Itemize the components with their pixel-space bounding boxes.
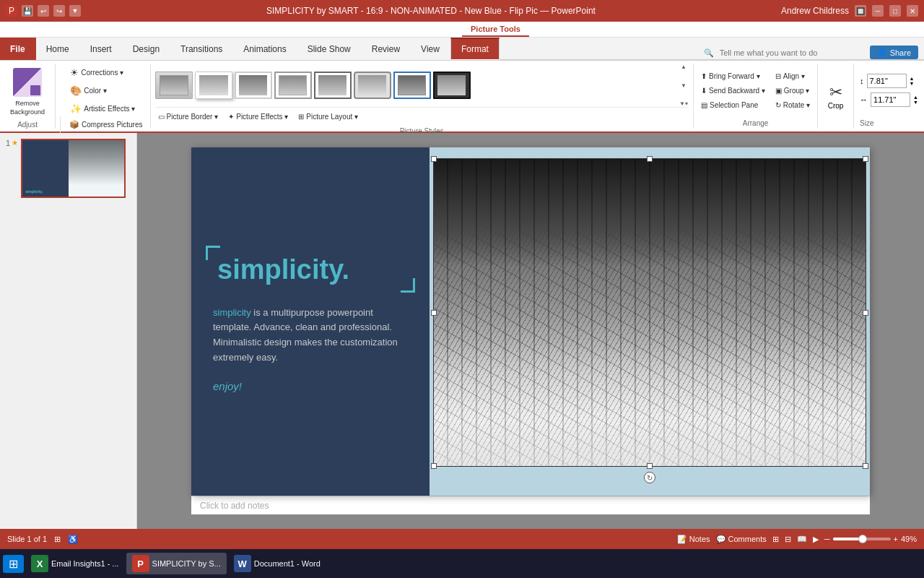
star-icon: ★ [12,139,18,147]
handle-bottom-right[interactable] [863,463,868,469]
align-button[interactable]: ⊟ Align ▾ [772,70,813,82]
share-button[interactable]: 👤 Share [870,46,918,59]
start-button[interactable]: ⊞ [3,555,24,573]
color-button[interactable]: 🎨 Color ▾ [67,83,110,98]
tab-animations[interactable]: Animations [233,38,297,60]
tell-me-input[interactable] [714,46,858,59]
save-icon[interactable]: 💾 [22,5,33,17]
tab-design[interactable]: Design [123,38,170,60]
tab-review[interactable]: Review [362,38,411,60]
align-icon: ⊟ [775,72,781,80]
remove-bg-label: Remove Background [10,100,45,116]
normal-view-icon[interactable]: ⊞ [772,535,779,544]
slideshow-icon[interactable]: ▶ [813,535,819,544]
tab-insert[interactable]: Insert [80,38,123,60]
picture-tools-bar: Picture Tools [0,22,924,38]
style-thumb-6[interactable] [354,72,391,99]
rotate-handle[interactable]: ↻ [644,472,655,483]
tab-transitions[interactable]: Transitions [170,38,233,60]
tab-home[interactable]: Home [36,38,80,60]
maximize-icon[interactable]: □ [889,5,901,17]
handle-middle-right[interactable] [863,310,868,316]
style-thumb-3[interactable] [235,72,272,99]
tab-slide-show[interactable]: Slide Show [297,38,362,60]
width-spinner[interactable]: ▲ ▼ [913,95,918,105]
word-icon: W [234,555,251,572]
style-thumb-5[interactable] [314,72,352,99]
ribbon-display-icon[interactable]: 🔲 [855,5,866,17]
minimize-icon[interactable]: ─ [872,5,884,17]
slide-thumbnail-1[interactable]: simplicity. [21,139,126,198]
zoom-out-icon[interactable]: ─ [824,535,830,543]
notes-area[interactable]: Click to add notes [191,496,870,514]
accessibility-icon[interactable]: ♿ [68,535,78,544]
send-backward-button[interactable]: ⬇ Send Backward ▾ [698,85,768,97]
taskbar-item-word[interactable]: W Document1 - Word [228,553,326,574]
picture-border-button[interactable]: ▭ Picture Border ▾ [155,111,222,123]
rotate-button[interactable]: ↻ Rotate ▾ [772,99,813,111]
picture-styles-gallery: ▲ ▼ ▼▾ ▭ Picture Border ▾ ✦ Picture Effe… [151,64,694,129]
title-bar-left: P 💾 ↩ ↪ ▼ [6,5,81,17]
height-input[interactable] [867,74,907,88]
redo-icon[interactable]: ↪ [53,5,65,17]
taskbar-item-powerpoint[interactable]: P SIMPLICITY by S... [126,553,227,574]
powerpoint-label: SIMPLICITY by S... [152,559,221,568]
style-thumb-8[interactable] [433,72,471,99]
undo-icon[interactable]: ↩ [38,5,49,17]
selection-pane-button[interactable]: ▤ Selection Pane [698,99,768,111]
tab-format[interactable]: Format [450,38,500,60]
zoom-slider[interactable] [833,538,891,540]
picture-layout-button[interactable]: ⊞ Picture Layout ▾ [295,111,361,123]
canvas-area: simplicity. simplicity is a multipurpose… [137,133,924,529]
title-bar: P 💾 ↩ ↪ ▼ SIMPLICITY by SMART - 16:9 - N… [0,0,924,22]
notes-button[interactable]: 📝 Notes [677,535,710,544]
tab-view[interactable]: View [411,38,450,60]
close-icon[interactable]: ✕ [907,5,918,17]
arrange-group: ⬆ Bring Forward ▾ ⬇ Send Backward ▾ ▤ Se… [694,64,818,129]
bring-forward-button[interactable]: ⬆ Bring Forward ▾ [698,70,768,82]
zoom-level[interactable]: 49% [901,535,917,543]
crop-button[interactable]: ✂ Crop [818,64,854,129]
zoom-controls: ─ + 49% [824,535,917,543]
group-icon: ▣ [775,87,782,95]
app-icon: P [6,5,17,17]
send-backward-icon: ⬇ [701,87,707,95]
style-thumb-1[interactable] [155,72,193,99]
style-thumb-7[interactable] [393,72,431,99]
reading-view-icon[interactable]: 📖 [797,535,807,544]
gallery-scroll[interactable]: ▲ ▼ ▼▾ [679,64,689,107]
excel-icon: X [31,555,48,572]
style-thumb-4[interactable] [274,72,312,99]
handle-bottom-left[interactable] [431,463,437,469]
remove-background-button[interactable]: Remove Background [4,65,51,119]
corrections-button[interactable]: ☀ Corrections ▾ [67,65,126,80]
handle-top-left[interactable] [431,156,437,162]
handle-bottom-middle[interactable] [647,463,653,469]
taskbar-item-excel[interactable]: X Email Insights1 - ... [25,553,125,574]
selected-image[interactable]: ↻ [433,158,866,467]
compress-icon: 📦 [69,120,79,129]
compress-pictures-button[interactable]: 📦 Compress Pictures [66,118,145,131]
artistic-effects-button[interactable]: ✨ Artistic Effects ▾ [67,101,138,116]
handle-top-right[interactable] [863,156,868,162]
taskbar: ⊞ X Email Insights1 - ... P SIMPLICITY b… [0,549,924,578]
remove-bg-group: Remove Background Adjust [0,64,56,129]
search-icon: 🔍 [704,48,714,58]
ribbon-content: Remove Background Adjust ☀ Corrections ▾… [0,61,924,133]
style-thumb-2[interactable] [195,72,232,99]
width-input[interactable] [871,92,910,107]
zoom-in-icon[interactable]: + [894,535,898,543]
group-button[interactable]: ▣ Group ▾ [772,85,813,97]
slide-canvas[interactable]: simplicity. simplicity is a multipurpose… [191,147,870,496]
picture-effects-button[interactable]: ✦ Picture Effects ▾ [225,111,291,123]
customize-icon[interactable]: ▼ [69,5,81,17]
slide-layout-icon[interactable]: ⊞ [54,535,61,544]
bw-photo [434,159,866,466]
tab-file[interactable]: File [0,38,36,60]
comments-button[interactable]: 💬 Comments [716,535,767,544]
handle-top-middle[interactable] [647,156,653,162]
height-spinner[interactable]: ▲ ▼ [910,76,915,86]
slide-sorter-icon[interactable]: ⊟ [785,535,791,544]
handle-middle-left[interactable] [431,310,437,316]
height-icon: ↕ [860,77,864,85]
